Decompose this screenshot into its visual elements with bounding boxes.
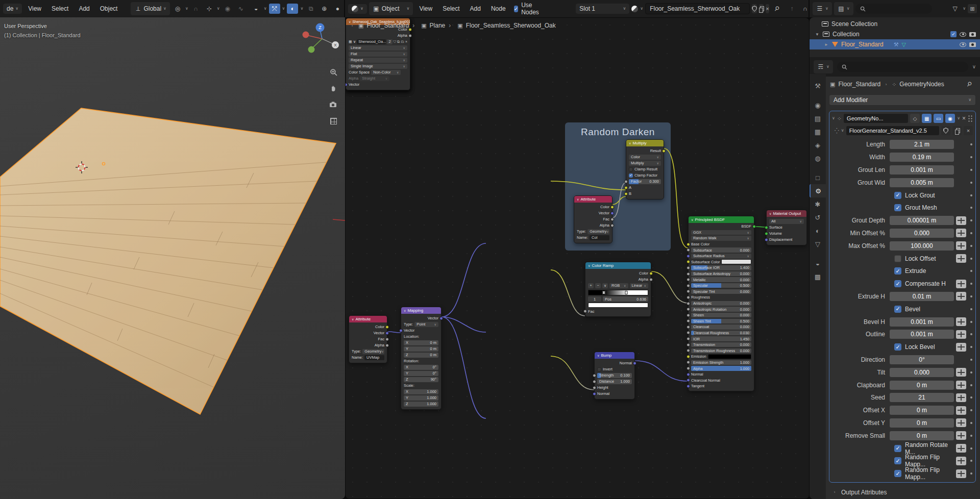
shader-type-dropdown[interactable]: ▣Object∨: [369, 2, 413, 15]
principled-input-row[interactable]: IOR1.450: [691, 336, 751, 342]
input-attribute-toggle-icon[interactable]: [956, 368, 966, 377]
property-checkbox[interactable]: Random Rotate M...: [894, 441, 954, 456]
socket-in[interactable]: [687, 319, 690, 323]
principled-input-row[interactable]: Tangent: [691, 383, 751, 389]
collapsed-arrow-icon[interactable]: ►: [824, 42, 829, 47]
mapping-value-field[interactable]: X0 m: [404, 340, 438, 345]
ramp-options-dropdown[interactable]: ∨: [602, 283, 608, 288]
node-group-name-field[interactable]: FloorGenerator_Standard_v2.5: [846, 126, 939, 135]
socket-in[interactable]: [687, 384, 690, 388]
properties-tab[interactable]: ◒: [810, 257, 826, 270]
principled-input-row[interactable]: Subsurface Color: [691, 259, 751, 265]
principled-input-row[interactable]: Roughness: [691, 294, 751, 301]
mapping-value-field[interactable]: Y1.000: [404, 395, 438, 401]
principled-input-row[interactable]: Anisotropic Rotation0.000: [691, 306, 751, 312]
outliner-row-collection[interactable]: ▼ Collection ✓: [810, 29, 980, 39]
socket-distance-in[interactable]: [593, 380, 596, 383]
show-object-types-icon[interactable]: ◒: [251, 4, 262, 14]
colorspace-dropdown[interactable]: Non-Color∨: [371, 70, 401, 75]
property-checkbox[interactable]: Lock Bevel: [894, 343, 954, 351]
mix-data-type-dropdown[interactable]: Color∨: [629, 155, 661, 160]
subsurface-method-dropdown[interactable]: Random Walk∨: [691, 236, 751, 241]
proportional-falloff-icon[interactable]: ∿: [235, 4, 247, 14]
socket-factor-in[interactable]: [624, 180, 628, 183]
socket-in[interactable]: [687, 372, 690, 376]
animate-decorator-dot[interactable]: [970, 258, 972, 260]
input-attribute-toggle-icon[interactable]: [956, 330, 966, 339]
node-attribute-uvmap[interactable]: ∨Attribute Color Vector Fac Alpha Type:G…: [349, 315, 387, 363]
material-name-field[interactable]: Floor_Seamless_Sherwood_Oak: [645, 3, 750, 14]
property-value-field[interactable]: 0.19 m: [890, 153, 954, 162]
animate-decorator-dot[interactable]: [970, 447, 972, 450]
attribute-type-dropdown[interactable]: Geometry∨: [362, 349, 384, 354]
mapping-value-field[interactable]: Z0 m: [404, 353, 438, 358]
breadcrumb-item[interactable]: ▣Floor_Seamless_Sherwood_Oak: [449, 22, 556, 29]
display-on-cage-toggle[interactable]: ◇: [910, 114, 920, 123]
node-header[interactable]: ∨Principled BSDF: [689, 216, 754, 223]
source-dropdown[interactable]: Single Image∨: [349, 64, 407, 69]
mix-blend-mode-dropdown[interactable]: Multiply∨: [629, 161, 661, 166]
use-nodes-checkbox[interactable]: ✓ Use Nodes: [514, 2, 542, 16]
principled-input-row[interactable]: Metallic0.000: [691, 277, 751, 283]
socket-in[interactable]: [687, 313, 690, 317]
socket-in[interactable]: [687, 278, 690, 282]
socket-in[interactable]: [687, 361, 690, 364]
outliner-display-mode-dropdown[interactable]: ☰∨: [813, 2, 832, 15]
display-edit-mode-toggle[interactable]: ▦: [922, 114, 932, 123]
socket-surface-in[interactable]: [765, 226, 768, 229]
property-value-field[interactable]: 0.01 m: [890, 292, 954, 301]
principled-input-row[interactable]: Sheen0.000: [691, 312, 751, 318]
new-collection-button[interactable]: ⊞: [968, 4, 977, 13]
mapping-value-field[interactable]: Z90°: [404, 377, 438, 382]
breadcrumb-object[interactable]: Floor_Standard: [838, 81, 880, 88]
pin-icon[interactable]: ⚲: [769, 1, 785, 16]
principled-input-row[interactable]: Subsurface Anisotropy0.000: [691, 271, 751, 277]
socket-vector-out[interactable]: [439, 316, 443, 320]
principled-input-row[interactable]: Anisotropic0.000: [691, 301, 751, 307]
property-value-field[interactable]: 0.001 m: [890, 317, 954, 327]
property-checkbox[interactable]: Compensate H: [894, 280, 954, 287]
socket-in[interactable]: [687, 308, 690, 311]
socket-alpha-out[interactable]: [610, 223, 614, 227]
properties-tab[interactable]: ◉: [810, 98, 826, 112]
animate-decorator-dot[interactable]: [970, 460, 972, 462]
socket-vector-out[interactable]: [385, 331, 389, 335]
options-dropdown[interactable]: ∨: [972, 64, 976, 69]
socket-in[interactable]: [687, 337, 690, 341]
clamp-factor-checkbox[interactable]: ✓: [629, 173, 633, 178]
input-attribute-toggle-icon[interactable]: [956, 280, 966, 288]
socket-color-out[interactable]: [385, 325, 389, 329]
socket-in[interactable]: [687, 248, 690, 252]
outliner-search-input[interactable]: [855, 4, 932, 14]
socket-vector-in[interactable]: [345, 83, 348, 86]
animate-decorator-dot[interactable]: [970, 245, 972, 247]
pin-icon[interactable]: ⚲: [962, 77, 977, 91]
principled-input-row[interactable]: Sheen Tint0.500: [691, 318, 751, 325]
outliner-row-floor-standard[interactable]: ► Floor_Standard ⚒ ▽: [810, 39, 980, 49]
socket-in[interactable]: [687, 355, 690, 358]
shader-menu-item[interactable]: Add: [466, 4, 485, 14]
socket-in[interactable]: [687, 343, 690, 346]
image-name-field[interactable]: Sherwood_Oa...: [357, 39, 386, 44]
animate-decorator-dot[interactable]: [970, 283, 972, 285]
node-header[interactable]: ∨Attribute: [349, 316, 387, 322]
principled-input-row[interactable]: Clearcoat0.000: [691, 324, 751, 330]
viewport-menu-item[interactable]: Add: [75, 4, 93, 14]
shader-node-editor[interactable]: › ▣Floor_Standard ▣Plane ▣Floor_Seamless…: [345, 17, 810, 499]
node-mix-multiply[interactable]: ∨Multiply Result Color∨ Multiply∨ Clamp …: [626, 139, 664, 199]
animate-decorator-dot[interactable]: [970, 194, 972, 196]
node-color-ramp[interactable]: ∨Color Ramp Color Alpha + − ∨ RGB∨ Linea…: [585, 262, 651, 317]
input-attribute-toggle-icon[interactable]: [956, 292, 966, 301]
hide-viewport-eye-icon[interactable]: [960, 32, 966, 37]
shield-icon[interactable]: ⛉: [394, 40, 396, 44]
animate-decorator-dot[interactable]: [970, 308, 972, 310]
zoom-tool-icon[interactable]: [329, 67, 338, 77]
input-attribute-toggle-icon[interactable]: [956, 381, 966, 389]
new-material-copy-button[interactable]: [759, 4, 764, 13]
property-checkbox[interactable]: Grout Mesh: [894, 204, 954, 211]
socket-color-out[interactable]: [649, 271, 653, 275]
principled-input-row[interactable]: Clearcoat Normal: [691, 377, 751, 383]
animate-decorator-dot[interactable]: [970, 371, 972, 373]
socket-alpha-out[interactable]: [649, 278, 653, 281]
socket-normal-in[interactable]: [593, 392, 596, 395]
